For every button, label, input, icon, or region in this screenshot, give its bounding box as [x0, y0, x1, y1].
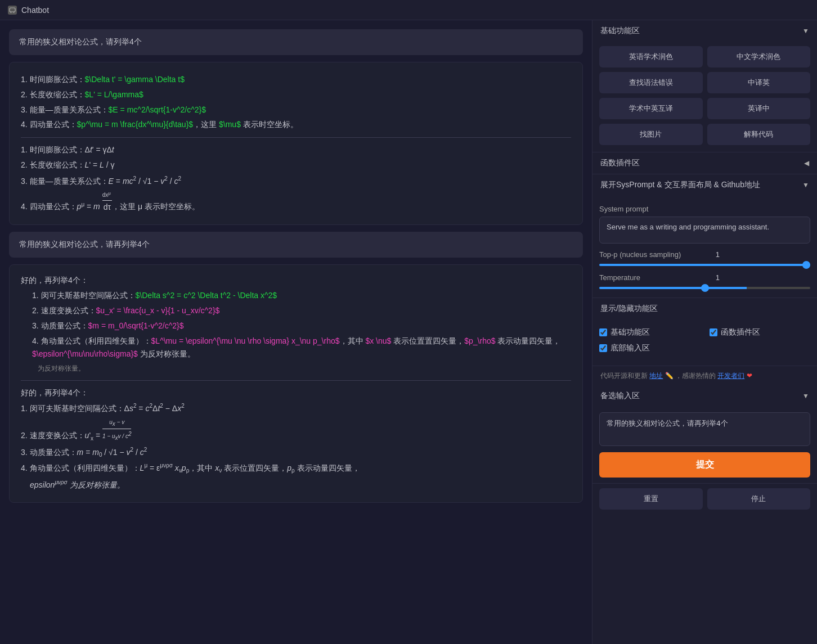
visibility-title: 显示/隐藏功能区	[600, 304, 658, 314]
basic-section-header[interactable]: 基础功能区 ▼	[592, 20, 817, 42]
checkbox-plugin-input[interactable]	[710, 328, 717, 336]
app-title: Chatbot	[21, 6, 49, 15]
formula-raw-4: 4. 四动量公式：$p^\mu = m \frac{dx^\mu}{d\tau}…	[21, 118, 571, 132]
edit-icon: ✏️	[665, 372, 674, 380]
plugin-section-arrow: ◀	[804, 159, 809, 167]
formula2-raw-2: 2. 速度变换公式：$u_x' = \frac{u_x - v}{1 - u_x…	[21, 304, 571, 318]
divider-2	[21, 380, 571, 381]
basic-section-content: 英语学术润色 中文学术润色 查找语法错误 中译英 学术中英互译 英译中 找图片 …	[592, 42, 817, 152]
formula-raw-3: 3. 能量—质量关系公式：$E = mc^2/\sqrt{1-v^2/c^2}$	[21, 103, 571, 117]
sysprompt-section-arrow: ▼	[802, 181, 809, 189]
plugin-section: 函数插件区 ◀	[592, 152, 817, 174]
btn-en-academic[interactable]: 英语学术润色	[599, 46, 703, 67]
checkbox-bottom-label: 底部输入区	[610, 343, 650, 353]
checkbox-basic-label: 基础功能区	[610, 327, 650, 337]
user-message-2: 常用的狭义相对论公式，请再列举4个	[9, 232, 583, 258]
bottom-actions: 重置 停止	[592, 484, 817, 516]
temp-row: Temperature 1	[599, 273, 810, 282]
visibility-content: 基础功能区 函数插件区 底部输入区	[592, 319, 817, 366]
basic-section-arrow: ▼	[802, 27, 809, 35]
temp-value: 1	[706, 273, 720, 282]
sysprompt-label: System prompt	[599, 205, 810, 213]
temp-label: Temperature	[599, 273, 701, 282]
checkbox-bottom-input[interactable]	[599, 344, 607, 352]
formula2-raw-3: 3. 动质量公式：$m = m_0/\sqrt{1-v^2/c^2}$	[21, 319, 571, 333]
thanks-text: ，感谢热情的	[675, 372, 716, 380]
top-bar: Chatbot	[0, 0, 817, 20]
user-message-1: 常用的狭义相对论公式，请列举4个	[9, 29, 583, 55]
backup-section: 备选输入区 ▼ 常用的狭义相对论公式，请再列举4个 提交	[592, 385, 817, 484]
opensource-row: 代码开源和更新 地址 ✏️ ，感谢热情的 开发者们 ❤	[592, 366, 817, 385]
svg-rect-0	[10, 8, 15, 12]
topp-value: 1	[706, 250, 720, 259]
submit-button[interactable]: 提交	[599, 452, 810, 478]
backup-textarea[interactable]: 常用的狭义相对论公式，请再列举4个	[599, 412, 810, 446]
visibility-section: 显示/隐藏功能区 基础功能区 函数插件区 底部输入区	[592, 298, 817, 366]
divider-1	[21, 137, 571, 138]
formula2-raw-4b: 为反对称张量。	[21, 363, 571, 374]
formula2-rendered-2: 2. 速度变换公式：u'x = ux − v1 − uxv / c2	[21, 417, 571, 443]
chatbot-icon	[8, 6, 17, 15]
sidebar: 基础功能区 ▼ 英语学术润色 中文学术润色 查找语法错误 中译英 学术中英互译 …	[592, 20, 817, 644]
reset-button[interactable]: 重置	[599, 488, 703, 510]
btn-grammar-check[interactable]: 查找语法错误	[599, 72, 703, 93]
sysprompt-section-header[interactable]: 展开SysPrompt & 交互界面布局 & Github地址 ▼	[592, 174, 817, 196]
formula-rendered-3: 3. 能量—质量关系公式：E = mc2 / √1 − v2 / c2	[21, 174, 571, 188]
checkbox-basic: 基础功能区	[599, 327, 701, 337]
btn-explain-code[interactable]: 解释代码	[707, 124, 811, 145]
formula-rendered-2: 2. 长度收缩公式：L' = L / γ	[21, 159, 571, 172]
checkbox-basic-input[interactable]	[599, 328, 607, 336]
chat-area[interactable]: 常用的狭义相对论公式，请列举4个 1. 时间膨胀公式：$\Delta t' = …	[0, 20, 592, 644]
backup-section-arrow: ▼	[802, 392, 809, 400]
formula2-rendered-4: 4. 角动量公式（利用四维矢量）：Lμ = εμνρσ xνpρ，其中 xν 表…	[21, 461, 571, 475]
backup-section-title: 备选输入区	[600, 391, 640, 401]
sysprompt-section: 展开SysPrompt & 交互界面布局 & Github地址 ▼ System…	[592, 174, 817, 298]
btn-zh-academic[interactable]: 中文学术润色	[707, 46, 811, 67]
temp-row-container: Temperature 1	[599, 273, 810, 291]
basic-section-title: 基础功能区	[600, 26, 640, 36]
checkbox-bottom: 底部输入区	[599, 343, 701, 353]
devs-link[interactable]: 开发者们	[717, 372, 744, 380]
topp-row-container: Top-p (nucleus sampling) 1	[599, 250, 810, 268]
formula2-rendered-1: 1. 闵可夫斯基时空间隔公式：Δs2 = c2Δt2 − Δx2	[21, 401, 571, 415]
assistant-intro-2: 好的，再列举4个：	[21, 274, 571, 287]
stop-button[interactable]: 停止	[707, 488, 811, 510]
formula-raw-2: 2. 长度收缩公式：$L' = L/\gamma$	[21, 88, 571, 102]
plugin-section-header[interactable]: 函数插件区 ◀	[592, 152, 817, 174]
rendered-intro-2: 好的，再列举4个：	[21, 386, 571, 400]
topp-label: Top-p (nucleus sampling)	[599, 250, 701, 259]
main-layout: 常用的狭义相对论公式，请列举4个 1. 时间膨胀公式：$\Delta t' = …	[0, 20, 817, 644]
formula-rendered-4: 4. 四动量公式：pμ = m dxμdτ，这里 μ 表示时空坐标。	[21, 190, 571, 214]
system-prompt-box[interactable]: Serve me as a writing and programming as…	[599, 217, 810, 244]
plugin-section-title: 函数插件区	[600, 158, 640, 168]
checkbox-plugin-label: 函数插件区	[721, 327, 760, 337]
assistant-message-2: 好的，再列举4个： 1. 闵可夫斯基时空间隔公式：$\Delta s^2 = c…	[9, 264, 583, 503]
formula2-raw-4: 4. 角动量公式（利用四维矢量）：$L^\mu = \epsilon^{\mu …	[21, 335, 571, 362]
heart-icon: ❤	[747, 372, 752, 380]
formula2-rendered-3: 3. 动质量公式：m = m0 / √1 − v2 / c2	[21, 445, 571, 460]
btn-find-image[interactable]: 找图片	[599, 124, 703, 145]
backup-section-header[interactable]: 备选输入区 ▼	[592, 385, 817, 407]
opensource-text: 代码开源和更新	[600, 372, 648, 380]
checkbox-grid: 基础功能区 函数插件区 底部输入区	[599, 324, 810, 359]
sysprompt-content: System prompt Serve me as a writing and …	[592, 196, 817, 298]
topp-slider[interactable]	[599, 264, 810, 266]
btn-academic-translate[interactable]: 学术中英互译	[599, 98, 703, 119]
sysprompt-section-title: 展开SysPrompt & 交互界面布局 & Github地址	[600, 180, 760, 190]
btn-en-to-zh[interactable]: 英译中	[707, 98, 811, 119]
formula2-raw-1: 1. 闵可夫斯基时空间隔公式：$\Delta s^2 = c^2 \Delta …	[21, 289, 571, 303]
formula-raw-1: 1. 时间膨胀公式：$\Delta t' = \gamma \Delta t$	[21, 73, 571, 87]
basic-buttons-grid: 英语学术润色 中文学术润色 查找语法错误 中译英 学术中英互译 英译中 找图片 …	[599, 46, 810, 145]
btn-zh-to-en[interactable]: 中译英	[707, 72, 811, 93]
assistant-message-1: 1. 时间膨胀公式：$\Delta t' = \gamma \Delta t$ …	[9, 62, 583, 225]
basic-section: 基础功能区 ▼ 英语学术润色 中文学术润色 查找语法错误 中译英 学术中英互译 …	[592, 20, 817, 152]
checkbox-plugin: 函数插件区	[710, 327, 811, 337]
opensource-link[interactable]: 地址	[649, 372, 663, 380]
topp-row: Top-p (nucleus sampling) 1	[599, 250, 810, 259]
visibility-section-header: 显示/隐藏功能区	[592, 298, 817, 319]
formula-rendered-1: 1. 时间膨胀公式：Δt' = γΔt	[21, 143, 571, 157]
temp-slider[interactable]	[599, 287, 810, 289]
backup-input-area: 常用的狭义相对论公式，请再列举4个 提交	[592, 407, 817, 483]
